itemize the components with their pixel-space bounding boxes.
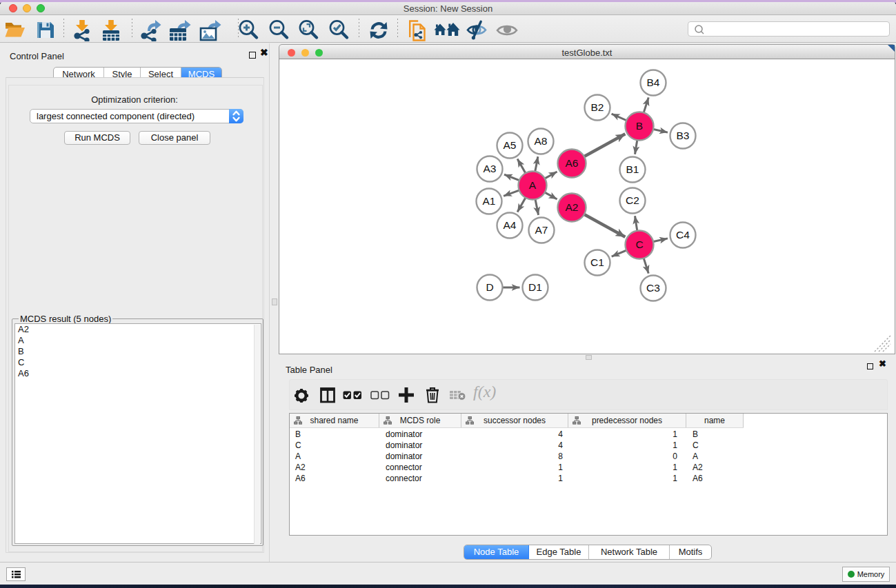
- svg-text:C2: C2: [626, 194, 639, 206]
- svg-text:A5: A5: [504, 139, 517, 151]
- svg-text:A8: A8: [535, 135, 548, 147]
- svg-text:A1: A1: [483, 195, 496, 207]
- svg-text:A6: A6: [566, 157, 579, 169]
- svg-text:C1: C1: [590, 256, 604, 268]
- svg-text:B1: B1: [626, 163, 639, 175]
- svg-text:D1: D1: [528, 281, 542, 293]
- svg-text:A7: A7: [535, 224, 548, 236]
- svg-text:B3: B3: [677, 130, 690, 141]
- svg-text:B4: B4: [647, 77, 660, 88]
- svg-text:C: C: [635, 239, 643, 250]
- svg-text:A4: A4: [504, 219, 517, 231]
- svg-text:B2: B2: [591, 101, 604, 113]
- svg-text:A3: A3: [484, 163, 497, 174]
- svg-text:A2: A2: [566, 201, 579, 213]
- svg-text:C4: C4: [676, 229, 690, 241]
- svg-text:C3: C3: [646, 282, 660, 294]
- svg-text:A: A: [529, 179, 537, 191]
- svg-text:B: B: [636, 120, 643, 132]
- svg-text:D: D: [486, 281, 493, 293]
